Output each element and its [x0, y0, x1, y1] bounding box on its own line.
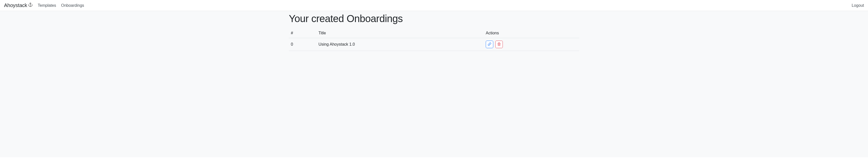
content-wrapper: Your created Onboardings # Title Actions… — [0, 11, 868, 157]
nav-right: Logout — [852, 3, 864, 8]
cell-actions — [484, 38, 579, 51]
cell-index: 0 — [289, 38, 316, 51]
header-index: # — [289, 29, 316, 38]
cell-title: Using Ahoystack 1.0 — [316, 38, 484, 51]
logout-link[interactable]: Logout — [852, 3, 864, 8]
table-header-row: # Title Actions — [289, 29, 579, 38]
table-row: 0 Using Ahoystack 1.0 — [289, 38, 579, 51]
content: Your created Onboardings # Title Actions… — [286, 13, 582, 51]
brand[interactable]: Ahoystack — [4, 2, 33, 8]
trash-icon — [497, 42, 501, 47]
copy-link-button[interactable] — [486, 41, 493, 48]
header-actions: Actions — [484, 29, 579, 38]
nav-links: Templates Onboardings — [38, 3, 852, 8]
brand-text: Ahoystack — [4, 2, 27, 8]
navbar: Ahoystack Templates Onboardings Logout — [0, 0, 868, 11]
nav-link-templates[interactable]: Templates — [38, 3, 56, 8]
anchor-icon — [28, 2, 33, 8]
page-title: Your created Onboardings — [289, 13, 579, 24]
nav-link-onboardings[interactable]: Onboardings — [61, 3, 84, 8]
delete-button[interactable] — [495, 41, 503, 48]
link-icon — [488, 42, 491, 47]
header-title: Title — [316, 29, 484, 38]
onboardings-table: # Title Actions 0 Using Ahoystack 1.0 — [289, 29, 579, 51]
